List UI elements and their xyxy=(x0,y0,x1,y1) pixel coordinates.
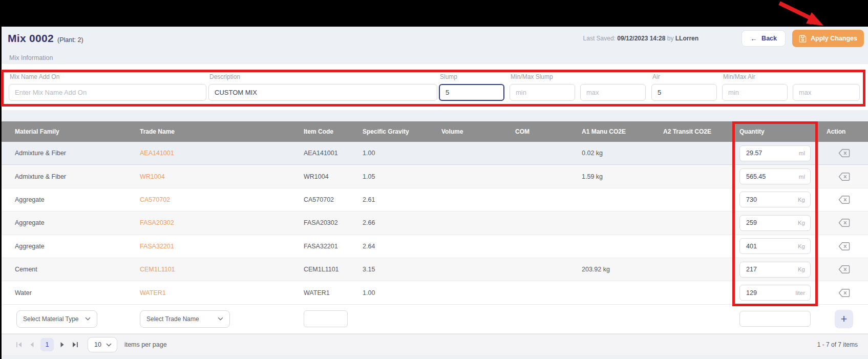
delete-row-button[interactable] xyxy=(838,218,850,227)
previous-page-button[interactable] xyxy=(26,342,37,348)
column-header: Specific Gravity xyxy=(355,128,432,135)
table-row: Admixture & Fiber WR1004 WR1004 1.05 1.5… xyxy=(2,165,868,188)
slump-input[interactable] xyxy=(439,84,504,101)
column-header: Trade Name xyxy=(130,128,296,135)
annotation-arrow xyxy=(768,0,835,30)
slump-max-input[interactable] xyxy=(580,84,646,101)
mix-name-field-group: Mix Name Add On xyxy=(9,73,206,101)
pagination-bar: 1 10 items per page 1 - 7 of 7 items xyxy=(2,334,868,355)
trade-name-select-value: Select Trade Name xyxy=(146,315,199,323)
minmax-air-field-group: Min/Max Air xyxy=(722,73,860,101)
table-row: Cement CEM1L1101 CEM1L1101 3.15 203.92 k… xyxy=(2,258,868,281)
trade-name-link[interactable]: CEM1L1101 xyxy=(140,266,175,273)
new-item-code-input[interactable] xyxy=(304,310,348,327)
page-size-select[interactable]: 10 xyxy=(88,337,117,352)
delete-row-button[interactable] xyxy=(838,172,850,181)
add-material-button[interactable]: + xyxy=(835,310,853,328)
column-header: Quantity xyxy=(730,128,820,135)
cell-item-code: FASA20302 xyxy=(296,219,355,226)
trade-name-link[interactable]: AEA141001 xyxy=(140,150,174,157)
cell-a1-manu-co2e: 203.92 kg xyxy=(573,266,654,273)
minmax-slump-field-group: Min/Max Slump xyxy=(510,73,646,101)
air-max-input[interactable] xyxy=(793,84,860,101)
cell-a1-manu-co2e: 1.59 kg xyxy=(573,173,654,180)
new-quantity-input[interactable] xyxy=(739,311,811,327)
table-row: Water WATER1 WATER1 1.00 liter xyxy=(2,281,868,304)
first-page-button[interactable] xyxy=(13,342,26,348)
table-row: Aggregate FASA20302 FASA20302 2.66 Kg xyxy=(2,212,868,235)
last-saved-value: 09/12/2023 14:28 xyxy=(617,35,665,42)
cell-item-code: CEM1L1101 xyxy=(296,266,355,273)
table-row: Aggregate FASA32201 FASA32201 2.64 Kg xyxy=(2,235,868,258)
save-icon xyxy=(799,35,807,43)
apply-changes-button[interactable]: Apply Changes xyxy=(792,30,864,47)
back-arrow-icon: ← xyxy=(750,34,757,43)
page-title-wrap: Mix 0002 (Plant: 2) xyxy=(8,32,83,45)
table-row: Admixture & Fiber AEA141001 AEA141001 1.… xyxy=(2,142,868,165)
by-label: by xyxy=(667,35,674,42)
delete-backspace-icon xyxy=(838,218,850,227)
back-button[interactable]: ← Back xyxy=(742,30,786,47)
cell-specific-gravity: 3.15 xyxy=(355,266,432,273)
page-header-bar: Mix 0002 (Plant: 2) Last Saved: 09/12/20… xyxy=(2,27,868,50)
apply-changes-label: Apply Changes xyxy=(811,35,857,42)
air-min-input[interactable] xyxy=(722,84,788,101)
description-label: Description xyxy=(209,73,437,80)
chevron-down-icon xyxy=(106,343,112,347)
add-material-row: Select Material Type Select Trade Name xyxy=(2,305,868,334)
mix-name-input[interactable] xyxy=(9,84,206,101)
slump-label: Slump xyxy=(440,73,504,80)
cell-specific-gravity: 1.00 xyxy=(355,289,432,297)
description-input[interactable] xyxy=(208,84,437,101)
table-body: Admixture & Fiber AEA141001 AEA141001 1.… xyxy=(2,142,868,305)
cell-item-code: WR1004 xyxy=(296,173,355,180)
trade-name-link[interactable]: WR1004 xyxy=(140,173,165,180)
material-type-select-value: Select Material Type xyxy=(23,315,79,323)
minmax-air-label: Min/Max Air xyxy=(723,73,860,80)
description-field-group: Description xyxy=(208,73,437,101)
delete-row-button[interactable] xyxy=(838,288,850,298)
delete-row-button[interactable] xyxy=(838,149,850,158)
cell-material-family: Admixture & Fiber xyxy=(2,173,130,180)
cell-material-family: Aggregate xyxy=(2,243,130,250)
cell-material-family: Cement xyxy=(2,266,130,273)
column-header: Action xyxy=(820,128,868,135)
slump-min-input[interactable] xyxy=(510,84,575,101)
cell-material-family: Water xyxy=(2,289,130,297)
air-input[interactable] xyxy=(651,84,717,101)
trade-name-link[interactable]: WATER1 xyxy=(140,289,166,297)
items-per-page-label: items per page xyxy=(124,341,167,348)
back-button-label: Back xyxy=(761,35,777,42)
page-size-value: 10 xyxy=(94,341,101,348)
last-page-button[interactable] xyxy=(68,342,81,348)
table-row: Aggregate CA570702 CA570702 2.61 Kg xyxy=(2,188,868,212)
page-title: Mix 0002 xyxy=(8,32,54,45)
delete-row-button[interactable] xyxy=(838,195,850,204)
cell-a1-manu-co2e: 0.02 kg xyxy=(573,150,654,157)
page-range-label: 1 - 7 of 7 items xyxy=(817,341,858,348)
quantity-unit: Kg xyxy=(798,243,805,249)
mix-information-form: Mix Name Add On Description Slump Min/Ma… xyxy=(2,64,868,110)
cell-specific-gravity: 2.66 xyxy=(355,219,432,226)
trade-name-link[interactable]: FASA32201 xyxy=(140,243,174,250)
delete-row-button[interactable] xyxy=(838,265,850,274)
next-page-button[interactable] xyxy=(57,342,68,348)
cell-item-code: WATER1 xyxy=(296,289,355,297)
column-header: A1 Manu CO2E xyxy=(573,128,654,135)
last-saved-user: LLorren xyxy=(675,35,698,42)
trade-name-select[interactable]: Select Trade Name xyxy=(140,310,230,328)
chevron-down-icon xyxy=(85,317,91,321)
trade-name-link[interactable]: FASA20302 xyxy=(140,219,174,226)
cell-item-code: FASA32201 xyxy=(296,243,355,250)
delete-backspace-icon xyxy=(838,172,850,181)
trade-name-link[interactable]: CA570702 xyxy=(140,196,170,203)
cell-material-family: Aggregate xyxy=(2,219,130,226)
material-type-select[interactable]: Select Material Type xyxy=(16,310,97,328)
cell-specific-gravity: 2.64 xyxy=(355,243,432,250)
quantity-unit: ml xyxy=(799,174,805,180)
delete-row-button[interactable] xyxy=(838,242,850,251)
chevron-down-icon xyxy=(218,317,223,321)
slump-field-group: Slump xyxy=(439,73,504,101)
screenshot-root: Mix 0002 (Plant: 2) Last Saved: 09/12/20… xyxy=(0,0,868,359)
page-number-button[interactable]: 1 xyxy=(40,338,54,351)
